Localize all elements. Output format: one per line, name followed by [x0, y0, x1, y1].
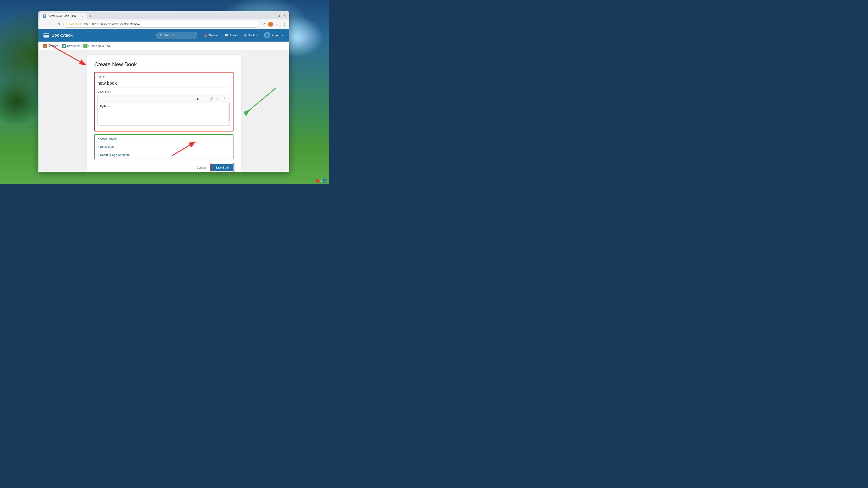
xda-icon-g: D [320, 180, 323, 183]
shelves-breadcrumb-icon: 📚 [43, 44, 47, 48]
tab-close-button[interactable]: ✕ [81, 14, 84, 18]
breadcrumb: 📚 Shelves › 📋 new shelf › + Create New B… [38, 41, 289, 51]
security-warning-text: Not secure [69, 23, 83, 26]
maximize-button[interactable]: ☐ [276, 13, 281, 19]
tab-bar: Create New Book | BookStack ✕ + — ☐ ✕ [38, 11, 289, 20]
editor-content[interactable]: Python [98, 103, 230, 125]
shelf-breadcrumb-icon: 📋 [62, 44, 66, 48]
breadcrumb-shelves[interactable]: 📚 Shelves [43, 44, 58, 48]
svg-rect-11 [218, 100, 220, 100]
book-tags-label: Book Tags [100, 145, 114, 149]
svg-point-6 [217, 98, 218, 98]
breadcrumb-current: + Create New Book [84, 44, 112, 48]
tab-favicon [43, 14, 46, 18]
bookstack-logo[interactable]: BookStack [43, 32, 72, 39]
shelves-icon: 📚 [204, 34, 207, 37]
forward-button[interactable]: → [48, 21, 54, 27]
name-group: Name [97, 75, 230, 88]
expand-bullet-icon: • [98, 137, 99, 140]
expandable-sections: • Cover image • Book Tags • Default Page… [94, 134, 234, 159]
cover-image-label: Cover image [100, 137, 117, 140]
avatar: 👤 [264, 32, 270, 38]
books-icon: 📖 [225, 34, 228, 37]
name-input[interactable] [97, 79, 230, 88]
url-text: 192.168.29.106/shelves/new-shelf/create-… [84, 23, 140, 26]
svg-rect-2 [44, 16, 45, 17]
search-placeholder: Search [164, 34, 174, 37]
svg-rect-15 [225, 99, 227, 99]
brave-shield-icon[interactable]: 🦁 [268, 22, 273, 27]
music-button[interactable]: ♪ [274, 21, 280, 27]
bullet-list-button[interactable] [216, 96, 221, 102]
page-content: BookStack 🔍 Search 📚 Shelves 📖 Books ⚙ S… [38, 29, 289, 172]
name-label: Name [97, 75, 230, 78]
xda-icon-b: A [323, 180, 327, 183]
new-breadcrumb-icon: + [84, 44, 88, 48]
xda-icon-r: X [316, 180, 319, 183]
xda-watermark: X D A [316, 180, 327, 183]
svg-rect-7 [218, 98, 220, 98]
book-tags-section[interactable]: • Book Tags [95, 143, 233, 151]
svg-rect-13 [225, 98, 227, 98]
menu-button[interactable]: ⋮ [281, 21, 287, 27]
cover-image-section[interactable]: • Cover image [95, 135, 233, 143]
svg-rect-3 [43, 36, 49, 37]
save-book-button[interactable]: Save Book [211, 164, 234, 171]
svg-text:2.: 2. [224, 98, 225, 99]
default-template-section[interactable]: • Default Page Template [95, 151, 233, 159]
numbered-list-button[interactable]: 1.2. [222, 96, 228, 102]
user-menu[interactable]: 👤 Admin ▾ [262, 31, 285, 39]
svg-point-10 [217, 100, 218, 100]
username: Admin [272, 34, 280, 37]
browser-toolbar: ← → ↻ ⚠ Not secure 192.168.29.106/shelve… [38, 20, 289, 29]
svg-rect-5 [43, 33, 49, 34]
name-description-section: Name Description B I 🔗 [94, 72, 234, 131]
form-title: Create New Book [94, 61, 234, 68]
back-button[interactable]: ← [40, 21, 46, 27]
cancel-button[interactable]: Cancel [193, 164, 209, 171]
security-warning-icon: ⚠ [66, 23, 68, 26]
svg-point-8 [217, 99, 218, 99]
bookstack-header: BookStack 🔍 Search 📚 Shelves 📖 Books ⚙ S… [38, 29, 289, 41]
editor-wrapper: B I 🔗 1.2. Pytho [97, 95, 230, 126]
tab-title: Create New Book | BookStack [48, 14, 79, 18]
search-icon: 🔍 [159, 34, 163, 37]
nav-books[interactable]: 📖 Books [222, 32, 241, 38]
new-tab-button[interactable]: + [87, 13, 94, 20]
header-navigation: 📚 Shelves 📖 Books ⚙ Settings 👤 Admin ▾ [201, 31, 285, 39]
share-button[interactable]: ↗ [261, 21, 267, 27]
active-tab[interactable]: Create New Book | BookStack ✕ [40, 13, 87, 20]
toolbar-right: ↗ 🦁 ♪ ⋮ [261, 21, 287, 27]
nav-shelves[interactable]: 📚 Shelves [201, 32, 221, 38]
main-content: Create New Book Name Description B [38, 51, 289, 172]
link-button[interactable]: 🔗 [209, 96, 215, 102]
reload-button[interactable]: ↻ [56, 21, 62, 27]
close-button[interactable]: ✕ [282, 13, 287, 19]
expand-bullet-icon-2: • [98, 145, 99, 148]
svg-rect-9 [218, 99, 220, 99]
search-bar[interactable]: 🔍 Search [156, 32, 197, 39]
scrollbar-thumb[interactable] [229, 103, 230, 121]
address-bar[interactable]: ⚠ Not secure 192.168.29.106/shelves/new-… [63, 21, 259, 28]
breadcrumb-separator-1: › [60, 44, 61, 48]
logo-text: BookStack [52, 33, 72, 38]
editor-scrollbar[interactable] [228, 103, 230, 125]
bold-button[interactable]: B [195, 96, 201, 102]
italic-button[interactable]: I [202, 96, 208, 102]
description-label: Description [97, 90, 230, 93]
nav-settings[interactable]: ⚙ Settings [241, 32, 261, 38]
browser-window: Create New Book | BookStack ✕ + — ☐ ✕ ← … [38, 11, 289, 172]
logo-icon [43, 32, 50, 39]
expand-bullet-icon-3: • [98, 154, 99, 156]
svg-rect-1 [44, 16, 45, 16]
window-controls: — ☐ ✕ [270, 13, 287, 20]
form-actions: Cancel Save Book [94, 162, 234, 171]
minimize-button[interactable]: — [270, 13, 275, 19]
breadcrumb-shelf[interactable]: 📋 new shelf [62, 44, 80, 48]
text-cursor [109, 105, 110, 108]
chevron-down-icon: ▾ [281, 34, 283, 37]
svg-rect-4 [43, 35, 49, 36]
description-group: Description B I 🔗 1.2. [97, 90, 230, 126]
default-template-label: Default Page Template [100, 153, 130, 157]
breadcrumb-separator-2: › [81, 44, 82, 48]
